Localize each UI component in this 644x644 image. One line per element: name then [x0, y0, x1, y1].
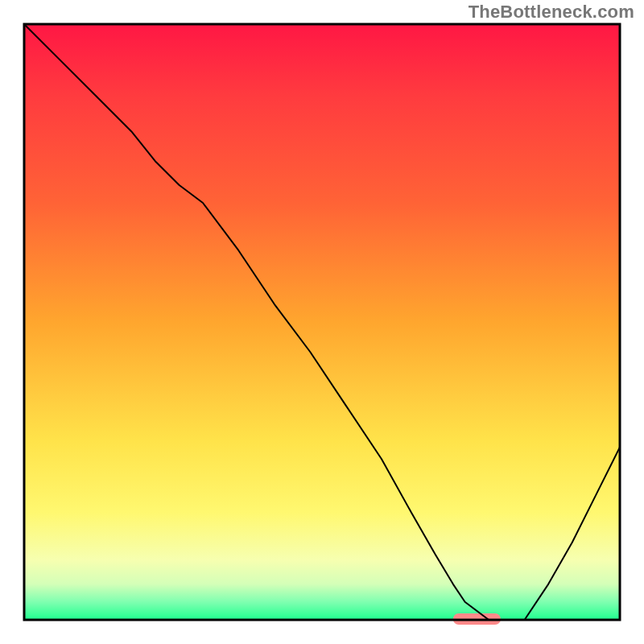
chart-svg — [0, 0, 644, 644]
watermark-label: TheBottleneck.com — [469, 2, 634, 23]
chart-container: TheBottleneck.com — [0, 0, 644, 644]
